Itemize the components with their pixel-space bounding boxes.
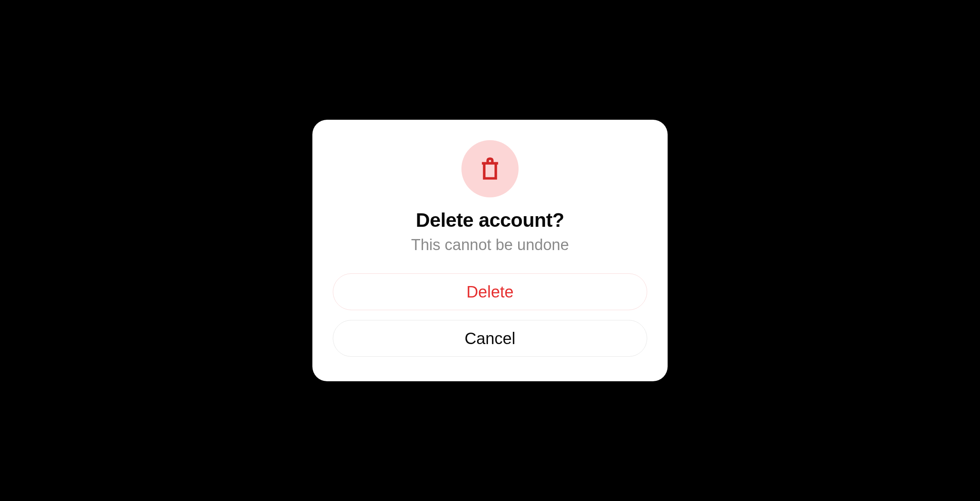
cancel-button[interactable]: Cancel xyxy=(333,320,647,357)
delete-button[interactable]: Delete xyxy=(333,273,647,310)
dialog-subtitle: This cannot be undone xyxy=(411,236,569,254)
trash-icon xyxy=(476,154,504,183)
dialog-title: Delete account? xyxy=(416,209,564,231)
dialog-icon-container xyxy=(461,140,519,197)
confirmation-dialog: Delete account? This cannot be undone De… xyxy=(312,120,668,381)
